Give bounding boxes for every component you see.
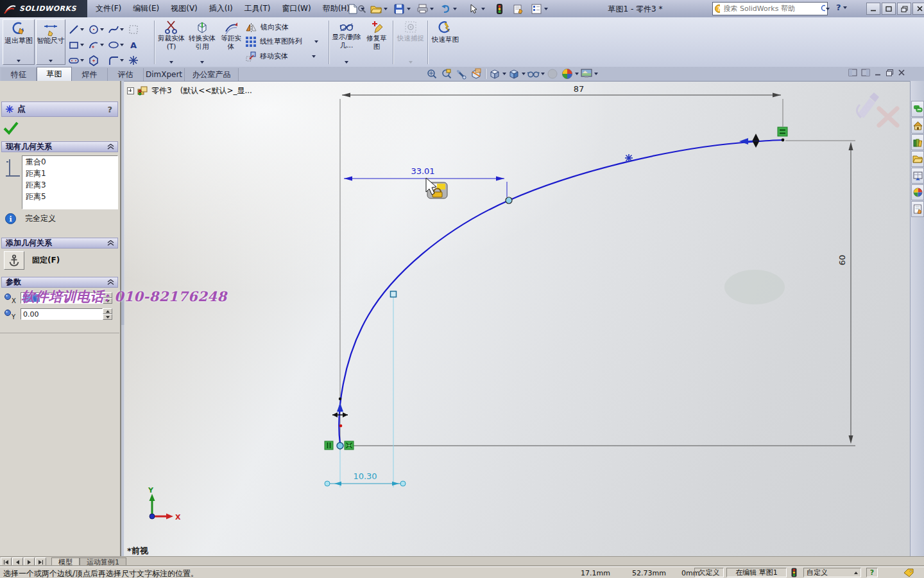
previous-view-icon[interactable] [454, 67, 468, 80]
spline-square-handle[interactable] [391, 292, 397, 297]
display-delete-relations-button[interactable]: 显示/删除几... [332, 20, 361, 65]
select-dropdown[interactable] [481, 8, 485, 10]
tab-evaluate[interactable]: 评估 [108, 68, 144, 81]
equal-constraint-badge[interactable] [778, 127, 787, 136]
ellipse-tool[interactable] [108, 38, 127, 52]
search-dropdown[interactable] [826, 8, 830, 10]
rectangle-tool[interactable] [68, 38, 87, 52]
relation-item[interactable]: 重合0 [22, 156, 117, 168]
save-dropdown[interactable] [407, 8, 411, 10]
display-style-dropdown[interactable] [522, 73, 526, 75]
add-relations-header[interactable]: 添加几何关系 [1, 238, 118, 249]
options-dropdown[interactable] [544, 8, 548, 10]
edit-appearance-dropdown[interactable] [575, 73, 579, 75]
display-style-icon[interactable] [507, 67, 521, 80]
menu-edit[interactable]: 编辑(E) [127, 0, 165, 17]
minimize-button[interactable] [866, 3, 880, 15]
new-dropdown[interactable] [361, 8, 364, 10]
exit-sketch-dropdown[interactable] [17, 60, 21, 62]
spline-tool[interactable] [108, 22, 127, 37]
doc-minimize-icon[interactable] [874, 69, 882, 76]
tab-features[interactable]: 特征 [1, 68, 37, 81]
convert-entities-button[interactable]: 转换实体引用 [187, 20, 217, 65]
polygon-tool[interactable] [88, 53, 107, 67]
view-orientation-icon[interactable] [488, 67, 502, 80]
fix-relation-button[interactable]: 固定(F) [4, 251, 60, 270]
motion-study-tab[interactable]: 运动算例1 [80, 557, 126, 567]
new-document-icon[interactable] [346, 3, 359, 15]
search-input[interactable] [723, 4, 818, 13]
undo-dropdown[interactable] [453, 8, 457, 10]
slot-tool[interactable] [68, 53, 87, 67]
menu-view[interactable]: 视图(V) [165, 0, 203, 17]
line-tool[interactable] [68, 22, 87, 37]
print-dropdown[interactable] [430, 8, 434, 10]
zoom-area-icon[interactable] [440, 67, 454, 80]
menu-file[interactable]: 文件(F) [90, 0, 127, 17]
circle-tool[interactable] [88, 22, 107, 37]
tab-dimxpert[interactable]: DimXpert [144, 68, 185, 81]
rebuild-traffic-light-icon[interactable] [493, 3, 506, 15]
doc-restore-icon[interactable] [886, 69, 894, 76]
options-icon[interactable] [530, 3, 543, 15]
sketch-text-tool[interactable]: A [128, 38, 147, 52]
fix-constraint-badge[interactable] [345, 441, 354, 450]
tab-office-products[interactable]: 办公室产品 [185, 68, 239, 81]
display-delete-dropdown[interactable] [345, 61, 348, 64]
section-view-icon[interactable] [469, 67, 483, 80]
next-tab-button[interactable] [24, 557, 35, 567]
dimension-33-01[interactable]: 33.01 [344, 166, 504, 181]
file-explorer-icon[interactable] [911, 151, 924, 167]
origin-point[interactable] [337, 442, 343, 449]
arc-tool[interactable] [88, 38, 107, 52]
tab-sketch[interactable]: 草图 [37, 67, 72, 81]
move-entities-button[interactable]: 移动实体 [245, 49, 318, 64]
graphics-area[interactable]: 零件3 (默认<<默认>_显... [124, 81, 910, 556]
ok-button[interactable] [3, 121, 19, 135]
smart-dimension-dropdown[interactable] [49, 60, 53, 62]
panel-help-icon[interactable]: ? [107, 105, 112, 114]
repair-sketch-button[interactable]: 修复草图 [364, 20, 389, 65]
spline-curve[interactable] [339, 140, 783, 444]
trim-dropdown[interactable] [169, 61, 173, 64]
undo-icon[interactable] [439, 3, 452, 15]
open-dropdown[interactable] [384, 8, 388, 10]
save-icon[interactable] [393, 3, 406, 15]
first-tab-button[interactable] [1, 557, 12, 567]
status-help-cell[interactable]: ? [866, 568, 878, 577]
relation-item[interactable]: 距离5 [22, 191, 117, 202]
exit-sketch-button[interactable]: 退出草图 [3, 19, 35, 65]
print-icon[interactable] [416, 3, 429, 15]
solidworks-resources-icon[interactable] [911, 118, 924, 134]
y-value-field[interactable]: 0.00 [21, 308, 103, 320]
relation-item[interactable]: 距离3 [22, 179, 117, 191]
rapid-sketch-button[interactable]: 快速草图 [431, 20, 459, 65]
restore-button[interactable] [882, 3, 896, 15]
apply-scene-icon[interactable] [579, 67, 594, 80]
hide-show-dropdown[interactable] [541, 73, 545, 75]
smart-dimension-button[interactable]: 智能尺寸 [36, 19, 65, 65]
mirror-entities-button[interactable]: 镜向实体 [245, 20, 318, 34]
spline-asterisk-point[interactable] [625, 154, 633, 162]
convert-dropdown[interactable] [200, 61, 204, 64]
file-properties-icon[interactable] [512, 3, 525, 15]
help-button[interactable]: ? [836, 3, 847, 12]
offset-entities-button[interactable]: 等距实体 [218, 21, 244, 64]
search-box[interactable]: ? [712, 2, 828, 15]
parameters-header[interactable]: 参数 [1, 277, 118, 288]
hide-show-items-icon[interactable] [526, 67, 540, 80]
open-document-icon[interactable] [370, 3, 382, 15]
edit-appearance-icon[interactable] [560, 67, 574, 80]
menu-insert[interactable]: 插入(I) [203, 0, 239, 17]
units-cell[interactable]: 自定义 [803, 568, 861, 577]
view-palette-icon[interactable] [911, 168, 924, 184]
model-tab[interactable]: 模型 [51, 557, 80, 567]
y-spinner[interactable] [103, 308, 112, 320]
point-tool[interactable] [128, 53, 147, 67]
tab-weldments[interactable]: 焊件 [72, 68, 108, 81]
design-library-icon[interactable] [911, 134, 924, 150]
vertical-constraint-badge[interactable] [325, 441, 333, 450]
custom-properties-icon[interactable] [911, 201, 924, 217]
search-icon[interactable] [821, 4, 826, 13]
relation-item[interactable]: 距离1 [22, 168, 117, 179]
